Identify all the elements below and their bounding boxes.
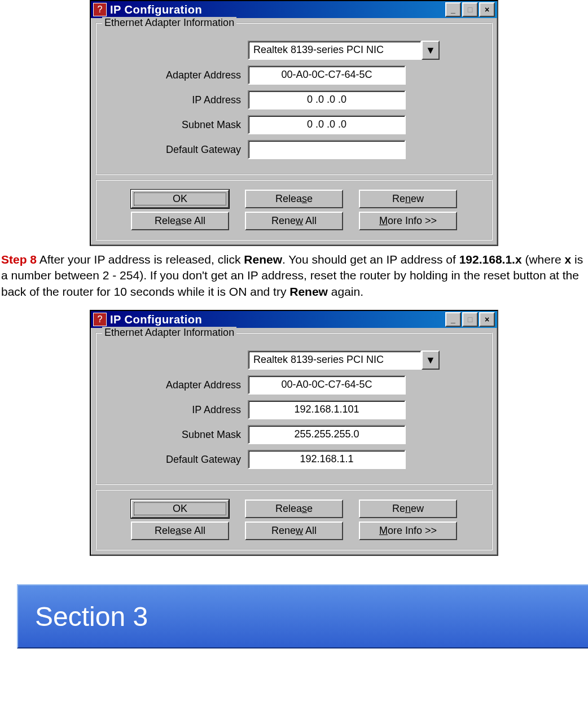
value-subnet-mask: 0 .0 .0 .0	[248, 115, 406, 134]
release-all-button[interactable]: Release All	[131, 522, 229, 540]
chevron-down-icon[interactable]: ▼	[422, 350, 440, 370]
value-ip-address: 0 .0 .0 .0	[248, 90, 406, 109]
label-adapter-address: Adapter Address	[106, 69, 248, 81]
more-info-button[interactable]: More Info >>	[359, 212, 457, 230]
label-adapter-address: Adapter Address	[106, 379, 248, 391]
more-info-button[interactable]: More Info >>	[359, 522, 457, 540]
renew-button[interactable]: Renew	[359, 190, 457, 208]
window-title: IP Configuration	[110, 313, 445, 326]
adapter-select[interactable]: Realtek 8139-series PCI NIC ▼	[248, 41, 440, 60]
label-default-gateway: Default Gateway	[106, 144, 248, 156]
chevron-down-icon[interactable]: ▼	[422, 41, 440, 60]
adapter-info-group: Ethernet Adapter Information Realtek 813…	[95, 23, 493, 175]
label-ip-address: IP Address	[106, 94, 248, 106]
value-adapter-address: 00-A0-0C-C7-64-5C	[248, 65, 406, 85]
button-panel: OK Release Renew Release All Renew All M…	[95, 489, 493, 550]
ip-config-dialog-2: ? IP Configuration _ □ × Ethernet Adapte…	[90, 310, 498, 556]
app-icon: ?	[93, 313, 107, 326]
adapter-select-value: Realtek 8139-series PCI NIC	[248, 41, 422, 60]
step-label: Step 8	[1, 253, 37, 266]
button-panel: OK Release Renew Release All Renew All M…	[95, 179, 493, 240]
renew-all-button[interactable]: Renew All	[245, 522, 343, 540]
adapter-select[interactable]: Realtek 8139-series PCI NIC ▼	[248, 350, 440, 370]
label-subnet-mask: Subnet Mask	[106, 119, 248, 131]
label-ip-address: IP Address	[106, 404, 248, 416]
adapter-info-group: Ethernet Adapter Information Realtek 813…	[95, 332, 493, 485]
maximize-icon: □	[462, 2, 478, 17]
value-ip-address: 192.168.1.101	[248, 400, 406, 419]
value-default-gateway: 192.168.1.1	[248, 450, 406, 469]
close-icon[interactable]: ×	[479, 2, 495, 17]
value-subnet-mask: 255.255.255.0	[248, 425, 406, 444]
value-adapter-address: 00-A0-0C-C7-64-5C	[248, 375, 406, 395]
step-8-instructions: Step 8 After your IP address is released…	[0, 252, 588, 310]
section-3-banner: Section 3	[17, 584, 588, 648]
label-default-gateway: Default Gateway	[106, 454, 248, 466]
window-title: IP Configuration	[110, 3, 445, 16]
value-default-gateway	[248, 140, 406, 159]
close-icon[interactable]: ×	[479, 312, 495, 327]
release-button[interactable]: Release	[245, 499, 343, 518]
groupbox-title: Ethernet Adapter Information	[102, 17, 236, 29]
ok-button[interactable]: OK	[131, 499, 229, 518]
app-icon: ?	[93, 3, 107, 16]
release-button[interactable]: Release	[245, 190, 343, 208]
renew-all-button[interactable]: Renew All	[245, 212, 343, 230]
ok-button[interactable]: OK	[131, 190, 229, 208]
titlebar[interactable]: ? IP Configuration _ □ ×	[91, 1, 497, 18]
minimize-icon[interactable]: _	[445, 2, 461, 17]
maximize-icon: □	[462, 312, 478, 327]
release-all-button[interactable]: Release All	[131, 212, 229, 230]
label-subnet-mask: Subnet Mask	[106, 429, 248, 441]
titlebar[interactable]: ? IP Configuration _ □ ×	[91, 311, 497, 328]
groupbox-title: Ethernet Adapter Information	[102, 327, 236, 339]
ip-config-dialog-1: ? IP Configuration _ □ × Ethernet Adapte…	[90, 0, 498, 246]
minimize-icon[interactable]: _	[445, 312, 461, 327]
adapter-select-value: Realtek 8139-series PCI NIC	[248, 350, 422, 370]
renew-button[interactable]: Renew	[359, 499, 457, 518]
